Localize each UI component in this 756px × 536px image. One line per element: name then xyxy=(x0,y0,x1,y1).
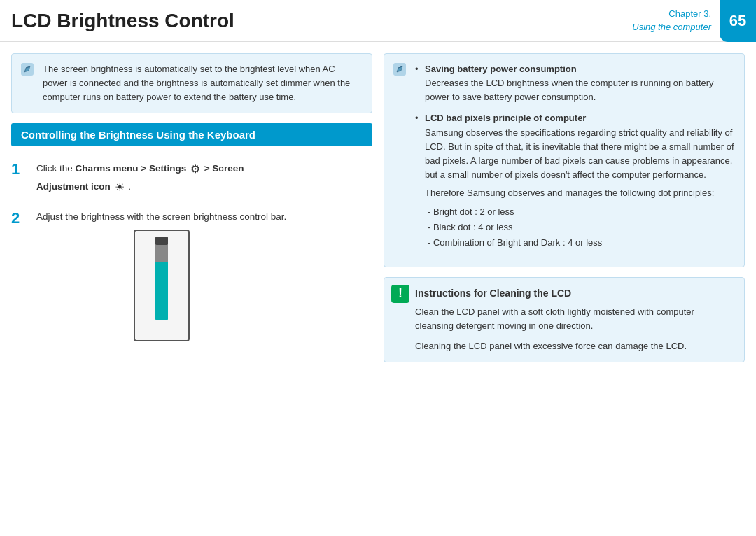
dot-2: - Black dot : 4 or less xyxy=(428,220,734,235)
dot-1: - Bright dot : 2 or less xyxy=(428,204,734,220)
chapter-info: Chapter 3. Using the computer xyxy=(632,8,720,33)
bullet-2: LCD bad pixels principle of computer Sam… xyxy=(415,111,734,251)
bullet-1-text: Decreases the LCD brightness when the co… xyxy=(425,78,714,102)
right-note-box: Saving battery power consumption Decreas… xyxy=(384,53,745,267)
step-1: 1 Click the Charms menu > Settings ⚙ > S… xyxy=(11,160,372,196)
brightness-handle xyxy=(155,237,168,245)
main-content: The screen brightness is automatically s… xyxy=(0,42,756,536)
bullet-2-text: Samsung observes the specifications rega… xyxy=(425,127,734,180)
chapter-subtitle: Using the computer xyxy=(632,21,711,34)
warning-icon: ! xyxy=(391,285,410,303)
bullet-2-subtext: Therefore Samsung observes and manages t… xyxy=(425,186,734,200)
right-note-list: Saving battery power consumption Decreas… xyxy=(415,62,734,251)
right-column: Saving battery power consumption Decreas… xyxy=(384,53,745,525)
right-pencil-svg-icon xyxy=(391,61,408,78)
chapter-label: Chapter 3. xyxy=(632,8,711,20)
step-2: 2 Adjust the brightness with the screen … xyxy=(11,209,372,342)
bullet-2-title: LCD bad pixels principle of computer xyxy=(425,113,586,123)
note-icon xyxy=(19,61,37,79)
brightness-sun-icon: ☀ xyxy=(115,178,125,197)
left-column: The screen brightness is automatically s… xyxy=(11,53,372,525)
step-1-bold-1: Charms menu > Settings xyxy=(76,164,187,174)
brightness-bar-container xyxy=(134,230,190,341)
dot-3: - Combination of Bright and Dark : 4 or … xyxy=(428,235,734,251)
step-1-text: Click the Charms menu > Settings ⚙ > Scr… xyxy=(36,160,244,196)
bullet-1-title: Saving battery power consumption xyxy=(425,64,577,74)
pencil-svg-icon xyxy=(19,61,36,78)
header-right: Chapter 3. Using the computer 65 xyxy=(632,0,756,42)
top-note-text: The screen brightness is automatically s… xyxy=(43,64,350,102)
steps-container: 1 Click the Charms menu > Settings ⚙ > S… xyxy=(11,156,372,341)
page-title: LCD Brightness Control xyxy=(11,10,234,32)
right-note-icon xyxy=(391,61,410,79)
step-1-number: 1 xyxy=(11,160,27,178)
instruction-para-1: Clean the LCD panel with a soft cloth li… xyxy=(415,305,734,333)
brightness-illustration xyxy=(36,230,286,341)
instruction-box: ! Instructions for Cleaning the LCD Clea… xyxy=(384,277,745,362)
bullet-1: Saving battery power consumption Decreas… xyxy=(415,62,734,104)
page-header: LCD Brightness Control Chapter 3. Using … xyxy=(0,0,756,42)
top-note-box: The screen brightness is automatically s… xyxy=(11,53,372,113)
dot-principles: - Bright dot : 2 or less - Black dot : 4… xyxy=(425,204,734,251)
step-2-text: Adjust the brightness with the screen br… xyxy=(36,209,286,342)
instruction-title: Instructions for Cleaning the LCD xyxy=(415,286,734,302)
settings-gear-icon: ⚙ xyxy=(190,160,200,178)
section-heading: Controlling the Brightness Using the Key… xyxy=(11,123,372,146)
step-2-number: 2 xyxy=(11,209,27,227)
instruction-para-2: Cleaning the LCD panel with excessive fo… xyxy=(415,339,734,353)
brightness-bar-inner xyxy=(155,237,168,320)
page-number-badge: 65 xyxy=(720,0,756,42)
